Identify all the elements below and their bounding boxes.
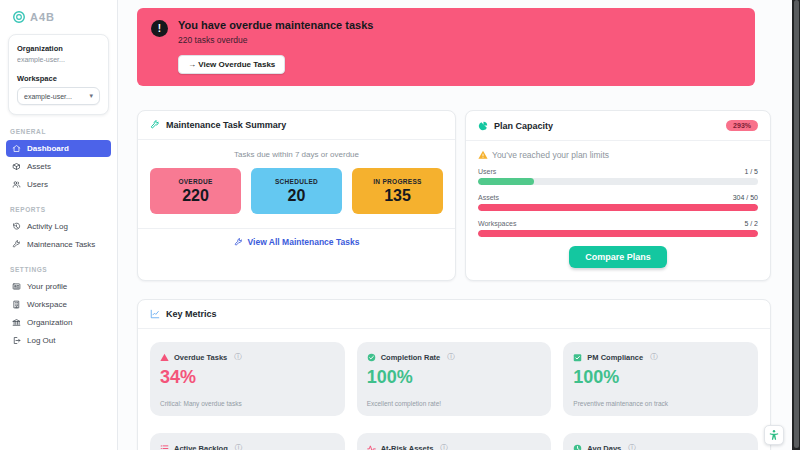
building-icon bbox=[12, 300, 21, 309]
sidebar-item-label: Organization bbox=[27, 318, 72, 327]
info-icon[interactable]: ⓘ bbox=[235, 443, 243, 450]
sidebar-item-log-out[interactable]: Log Out bbox=[6, 332, 111, 349]
accessibility-widget-button[interactable] bbox=[764, 425, 784, 445]
main-content: ! You have overdue maintenance tasks 220… bbox=[119, 0, 792, 450]
info-icon[interactable]: ⓘ bbox=[628, 443, 636, 450]
bank-icon bbox=[12, 318, 21, 327]
metric-value: 100% bbox=[573, 367, 748, 388]
chevron-down-icon: ▾ bbox=[89, 92, 93, 100]
logo-icon bbox=[12, 10, 26, 24]
sidebar-item-activity-log[interactable]: Activity Log bbox=[6, 218, 111, 235]
alert-body: You have overdue maintenance tasks 220 t… bbox=[178, 19, 373, 74]
sidebar-item-label: Maintenance Tasks bbox=[27, 240, 95, 249]
overdue-alert-banner: ! You have overdue maintenance tasks 220… bbox=[137, 8, 755, 86]
logo-text: A4B bbox=[30, 11, 55, 23]
sidebar-item-assets[interactable]: Assets bbox=[6, 158, 111, 175]
plan-row-value: 304 / 50 bbox=[733, 194, 758, 201]
key-metrics-card: Key Metrics Overdue Tasks ⓘ 34% Critical… bbox=[137, 299, 771, 450]
metric-label: At-Risk Assets bbox=[381, 444, 434, 450]
sidebar-item-workspace[interactable]: Workspace bbox=[6, 296, 111, 313]
stat-value: 220 bbox=[182, 187, 209, 205]
id-card-icon bbox=[12, 282, 21, 291]
metric-label: Avg Days bbox=[587, 444, 621, 450]
org-workspace-card: Organization example-user... Workspace e… bbox=[8, 34, 109, 115]
summary-subtitle: Tasks due within 7 days or overdue bbox=[138, 150, 455, 159]
sidebar-item-your-profile[interactable]: Your profile bbox=[6, 278, 111, 295]
metric-label: Active Backlog bbox=[174, 444, 228, 450]
plan-row-value: 1 / 5 bbox=[744, 168, 758, 175]
sidebar-item-organization[interactable]: Organization bbox=[6, 314, 111, 331]
alert-subtitle: 220 tasks overdue bbox=[178, 35, 373, 45]
metric-label: Overdue Tasks bbox=[174, 353, 227, 362]
sidebar-item-label: Assets bbox=[27, 162, 51, 171]
warning-triangle-icon bbox=[160, 353, 169, 362]
sidebar-item-label: Activity Log bbox=[27, 222, 68, 231]
wrench-icon bbox=[234, 238, 243, 247]
alert-title: You have overdue maintenance tasks bbox=[178, 19, 373, 31]
view-all-maintenance-tasks-label: View All Maintenance Tasks bbox=[248, 237, 360, 247]
view-overdue-tasks-label: View Overdue Tasks bbox=[198, 60, 275, 69]
workspaces-progress-bar bbox=[478, 230, 758, 237]
stat-in-progress: IN PROGRESS 135 bbox=[352, 168, 443, 214]
organization-label: Organization bbox=[17, 44, 100, 53]
metric-note: Preventive maintenance on track bbox=[573, 392, 748, 407]
metric-note: Critical: Many overdue tasks bbox=[160, 392, 335, 407]
wrench-icon bbox=[150, 120, 160, 130]
plan-row-label: Workspaces bbox=[478, 220, 516, 227]
plan-card-body: You've reached your plan limits Users 1 … bbox=[466, 141, 770, 280]
plan-row-label: Users bbox=[478, 168, 496, 175]
pie-chart-icon bbox=[478, 121, 488, 131]
clock-icon bbox=[573, 444, 582, 450]
metric-pm-compliance: PM Compliance ⓘ 100% Preventive maintena… bbox=[563, 342, 758, 416]
plan-row-label: Assets bbox=[478, 194, 499, 201]
metric-label: Completion Rate bbox=[381, 353, 441, 362]
logo[interactable]: A4B bbox=[0, 0, 117, 24]
view-all-maintenance-tasks-link[interactable]: View All Maintenance Tasks bbox=[234, 237, 360, 247]
metric-value: 34% bbox=[160, 367, 335, 388]
organization-value: example-user... bbox=[17, 56, 100, 63]
plan-warning: You've reached your plan limits bbox=[478, 150, 758, 160]
plan-row-workspaces: Workspaces 5 / 2 bbox=[478, 220, 758, 227]
stat-label: SCHEDULED bbox=[275, 178, 318, 185]
calendar-check-icon bbox=[573, 353, 582, 362]
users-progress-bar bbox=[478, 178, 758, 185]
assets-progress-bar bbox=[478, 204, 758, 211]
section-label-general: GENERAL bbox=[10, 128, 107, 135]
view-overdue-tasks-button[interactable]: → View Overdue Tasks bbox=[178, 55, 285, 74]
metric-at-risk-assets: At-Risk Assets ⓘ 45 45 assets at risk! bbox=[357, 433, 552, 450]
stat-scheduled: SCHEDULED 20 bbox=[251, 168, 342, 214]
users-progress-fill bbox=[478, 178, 534, 185]
summary-stats-row: OVERDUE 220 SCHEDULED 20 IN PROGRESS 135 bbox=[138, 159, 455, 228]
sidebar-item-users[interactable]: Users bbox=[6, 176, 111, 193]
chart-icon bbox=[150, 309, 160, 319]
metric-active-backlog: Active Backlog ⓘ 428 High backlog - prio… bbox=[150, 433, 345, 450]
box-icon bbox=[12, 162, 21, 171]
workspace-select-value: example-user... bbox=[24, 93, 72, 100]
info-icon[interactable]: ⓘ bbox=[234, 352, 242, 362]
info-icon[interactable]: ⓘ bbox=[447, 352, 455, 362]
users-icon bbox=[12, 180, 21, 189]
sidebar-item-label: Your profile bbox=[27, 282, 67, 291]
info-icon[interactable]: ⓘ bbox=[440, 443, 448, 450]
stat-label: IN PROGRESS bbox=[373, 178, 421, 185]
workspace-label: Workspace bbox=[17, 74, 100, 83]
plan-row-assets: Assets 304 / 50 bbox=[478, 194, 758, 201]
warning-triangle-icon bbox=[478, 150, 488, 160]
check-circle-icon bbox=[367, 353, 376, 362]
stat-value: 20 bbox=[288, 187, 306, 205]
metrics-grid: Overdue Tasks ⓘ 34% Critical: Many overd… bbox=[138, 329, 770, 450]
workspace-select[interactable]: example-user... ▾ bbox=[17, 87, 100, 105]
plan-row-users: Users 1 / 5 bbox=[478, 168, 758, 175]
stat-value: 135 bbox=[384, 187, 411, 205]
compare-plans-button[interactable]: Compare Plans bbox=[569, 246, 667, 268]
sidebar-item-dashboard[interactable]: Dashboard bbox=[6, 140, 111, 157]
plan-row-value: 5 / 2 bbox=[744, 220, 758, 227]
info-icon[interactable]: ⓘ bbox=[650, 352, 658, 362]
history-icon bbox=[12, 222, 21, 231]
sidebar-item-label: Workspace bbox=[27, 300, 67, 309]
scrollbar[interactable] bbox=[792, 0, 800, 450]
scrollbar-thumb[interactable] bbox=[794, 0, 799, 448]
sidebar-item-maintenance-tasks[interactable]: Maintenance Tasks bbox=[6, 236, 111, 253]
metric-completion-rate: Completion Rate ⓘ 100% Excellent complet… bbox=[357, 342, 552, 416]
sidebar-item-label: Log Out bbox=[27, 336, 55, 345]
